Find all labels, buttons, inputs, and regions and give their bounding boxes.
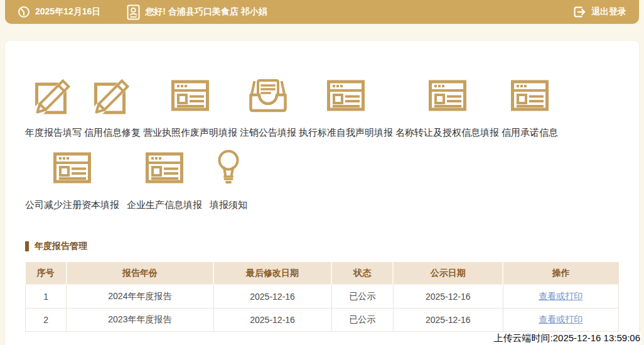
table-header-row: 序号 报告年份 最后修改日期 状态 公示日期 操作 — [26, 262, 619, 285]
cell-status: 已公示 — [331, 308, 393, 331]
col-header-action: 操作 — [503, 262, 618, 285]
logout-button[interactable]: 退出登录 — [571, 4, 626, 19]
col-header-publish-date: 公示日期 — [393, 262, 503, 285]
menu-item-label: 企业生产信息填报 — [127, 199, 202, 211]
menu-item-credit-commitment[interactable]: 信用承诺信息 — [502, 75, 558, 138]
form-icon — [510, 79, 550, 112]
upload-time-text: 上传云端时间:2025-12-16 13:59:06 — [493, 332, 641, 344]
col-header-status: 状态 — [331, 262, 393, 285]
menu-item-credit-repair[interactable]: 信用信息修复 — [84, 75, 141, 138]
menu-item-label: 名称转让及授权信息填报 — [395, 127, 499, 138]
cell-index: 1 — [26, 285, 67, 308]
menu-item-label: 执行标准自我声明填报 — [299, 127, 393, 138]
cell-publish-date: 2025-12-16 — [393, 308, 503, 331]
date-group: 2025年12月16日 — [18, 6, 100, 18]
menu-item-filing-notice[interactable]: 填报须知 — [210, 148, 247, 211]
menu-item-annual-report[interactable]: 年度报告填写 — [25, 75, 82, 138]
cell-action: 查看或打印 — [503, 285, 618, 308]
menu-item-label: 填报须知 — [210, 199, 247, 211]
topbar-greeting: 您好! 合浦县巧口美食店 祁小娟 — [145, 6, 267, 18]
main-card: 年度报告填写 信用信息修复 营业执照作废声明填报 注销公告填报 执行标准自我声明… — [5, 41, 639, 345]
view-or-print-link[interactable]: 查看或打印 — [539, 291, 582, 301]
menu-row-2: 公司减少注册资本填报 企业生产信息填报 填报须知 — [25, 148, 247, 211]
menu-item-capital-reduction[interactable]: 公司减少注册资本填报 — [25, 148, 119, 211]
cell-status: 已公示 — [331, 285, 393, 308]
cell-index: 2 — [26, 308, 67, 331]
bulb-icon — [213, 148, 244, 187]
topbar: 2025年12月16日 您好! 合浦县巧口美食店 祁小娟 退出登录 — [5, 0, 639, 24]
annual-report-section-header: 年度报告管理 — [25, 241, 87, 252]
col-header-modified: 最后修改日期 — [213, 262, 331, 285]
menu-item-label: 营业执照作废声明填报 — [143, 127, 237, 138]
menu-item-label: 年度报告填写 — [25, 127, 82, 138]
section-marker — [25, 241, 29, 251]
inbox-icon — [248, 78, 288, 113]
section-title: 年度报告管理 — [35, 241, 87, 252]
clock-icon — [18, 6, 30, 18]
cell-year: 2023年年度报告 — [67, 308, 213, 331]
cell-action: 查看或打印 — [503, 308, 618, 331]
col-header-index: 序号 — [26, 262, 67, 285]
form-icon — [427, 79, 468, 112]
id-badge-icon — [127, 4, 140, 20]
cell-year: 2024年年度报告 — [67, 285, 213, 308]
form-icon — [144, 151, 185, 185]
form-icon — [326, 79, 366, 112]
logout-icon — [571, 4, 586, 19]
menu-item-name-transfer[interactable]: 名称转让及授权信息填报 — [395, 75, 499, 138]
menu-item-label: 公司减少注册资本填报 — [25, 199, 119, 211]
form-icon — [52, 151, 92, 185]
topbar-date: 2025年12月16日 — [35, 6, 100, 18]
table-row: 1 2024年年度报告 2025-12-16 已公示 2025-12-16 查看… — [26, 285, 619, 308]
menu-item-deregistration[interactable]: 注销公告填报 — [240, 75, 296, 138]
form-icon — [170, 79, 210, 112]
annual-report-table: 序号 报告年份 最后修改日期 状态 公示日期 操作 1 2024年年度报告 20… — [25, 262, 619, 332]
edit-icon — [33, 76, 73, 115]
logout-label: 退出登录 — [591, 6, 626, 18]
cell-modified: 2025-12-16 — [213, 285, 331, 308]
col-header-year: 报告年份 — [67, 262, 213, 285]
menu-item-license-void[interactable]: 营业执照作废声明填报 — [143, 75, 237, 138]
table-row: 2 2023年年度报告 2025-12-16 已公示 2025-12-16 查看… — [26, 308, 619, 331]
cell-modified: 2025-12-16 — [213, 308, 331, 331]
cell-publish-date: 2025-12-16 — [393, 285, 503, 308]
menu-item-label: 信用信息修复 — [84, 127, 141, 138]
menu-item-label: 信用承诺信息 — [502, 127, 558, 138]
menu-item-standard-declaration[interactable]: 执行标准自我声明填报 — [299, 75, 393, 138]
view-or-print-link[interactable]: 查看或打印 — [539, 314, 582, 324]
menu-row-1: 年度报告填写 信用信息修复 营业执照作废声明填报 注销公告填报 执行标准自我声明… — [25, 75, 558, 138]
greeting-group: 您好! 合浦县巧口美食店 祁小娟 — [127, 4, 267, 20]
menu-item-production-info[interactable]: 企业生产信息填报 — [127, 148, 202, 211]
edit-icon — [92, 76, 132, 115]
menu-item-label: 注销公告填报 — [240, 127, 296, 138]
